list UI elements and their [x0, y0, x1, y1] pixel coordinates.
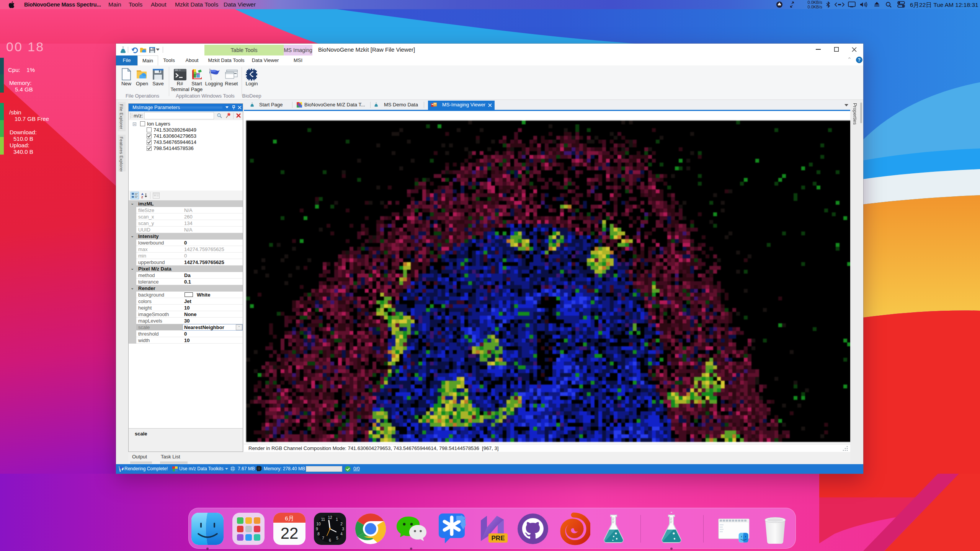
svg-text:1: 1: [336, 517, 338, 522]
svg-text:PRE: PRE: [492, 535, 505, 542]
svg-text:4: 4: [340, 532, 343, 536]
svg-text:6月: 6月: [285, 515, 294, 522]
svg-text:2: 2: [340, 522, 343, 526]
svg-text:Z: Z: [141, 196, 143, 199]
svg-text:7: 7: [322, 536, 324, 540]
svg-text:10: 10: [316, 522, 321, 526]
svg-text:3: 3: [342, 527, 344, 531]
svg-text:11: 11: [321, 517, 325, 522]
svg-text:9: 9: [316, 527, 318, 531]
svg-text:22: 22: [281, 524, 299, 542]
svg-text:8: 8: [317, 532, 320, 536]
svg-text:12: 12: [328, 515, 332, 520]
svg-text:5: 5: [336, 536, 338, 540]
svg-text:6: 6: [329, 538, 331, 543]
